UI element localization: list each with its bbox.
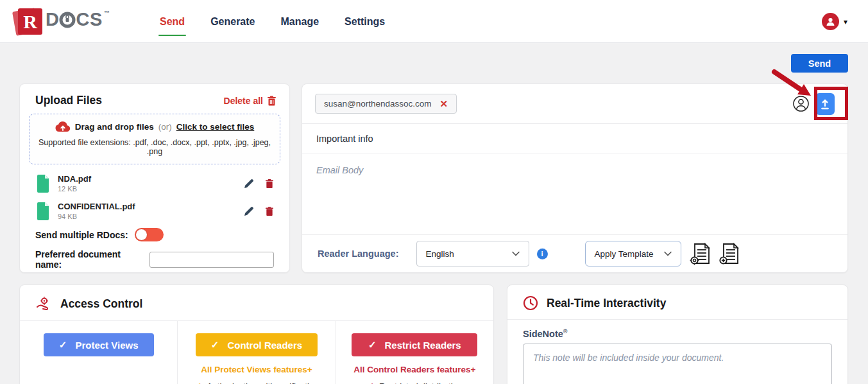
logo-trademark: ™ xyxy=(104,10,110,16)
protect-views-button[interactable]: ✓ Protect Views xyxy=(44,333,154,356)
delete-file-button[interactable] xyxy=(265,206,274,216)
access-control-title: Access Control xyxy=(60,297,142,311)
account-caret-down-icon[interactable]: ▾ xyxy=(844,18,847,26)
preferred-document-name-label: Preferred document name: xyxy=(35,249,143,270)
logo-docs-text: D CS xyxy=(46,10,103,29)
top-navigation-bar: R D CS ™ Send Generate Manage Settings xyxy=(0,0,868,43)
email-body-field[interactable]: Email Body xyxy=(302,153,847,235)
file-size: 12 KB xyxy=(58,185,91,193)
file-upload-icon xyxy=(820,98,830,110)
template-settings-icon xyxy=(690,241,713,266)
lock-o-icon xyxy=(59,10,76,29)
send-multiple-rdocs-label: Send multiple RDocs: xyxy=(35,230,128,240)
trash-icon xyxy=(265,206,274,216)
person-circle-icon xyxy=(792,95,810,112)
restrict-readers-button[interactable]: ✓ Restrict Readers xyxy=(352,333,477,356)
logo-letters-cs: CS xyxy=(76,10,102,29)
supported-extensions-text: Supported file extensions: .pdf, .doc, .… xyxy=(35,138,275,156)
reader-language-select[interactable]: English xyxy=(416,241,529,266)
trash-icon xyxy=(267,96,277,106)
check-icon: ✓ xyxy=(368,339,377,351)
file-name: NDA.pdf xyxy=(58,174,91,184)
control-readers-button[interactable]: ✓ Control Readers xyxy=(196,333,318,356)
tier-note: All Protect Views features+ xyxy=(201,365,312,374)
email-body-placeholder: Email Body xyxy=(316,165,363,175)
send-multiple-rdocs-toggle[interactable] xyxy=(135,228,164,241)
file-dropzone[interactable]: Drag and drop files (or) Click to select… xyxy=(29,114,280,164)
access-control-panel: Access Control ✓ Protect Views ✓ Control… xyxy=(19,284,494,384)
tier-column-restrict-readers: ✓ Restrict Readers All Control Readers f… xyxy=(336,321,493,384)
toggle-knob xyxy=(136,229,147,240)
realtime-interactivity-title: Real-Time Interactivity xyxy=(547,297,666,310)
email-subject-field[interactable]: Important info xyxy=(302,124,847,153)
logo-pages-graphic: R xyxy=(14,8,42,35)
logo-letter-d: D xyxy=(46,10,59,29)
pencil-icon xyxy=(244,206,254,216)
pencil-icon xyxy=(244,179,254,189)
info-icon[interactable]: i xyxy=(537,249,548,259)
add-template-button[interactable] xyxy=(719,241,742,266)
reader-language-label: Reader Language: xyxy=(318,249,399,259)
check-icon: ✓ xyxy=(59,339,67,351)
file-name: CONFIDENTIAL.pdf xyxy=(58,202,135,211)
active-tab-underline xyxy=(158,35,186,36)
email-subject-text: Important info xyxy=(316,134,373,144)
edit-file-button[interactable] xyxy=(244,179,254,189)
delete-all-button[interactable]: Delete all xyxy=(224,96,277,106)
sidenote-label: SideNote® xyxy=(523,328,832,339)
clock-icon xyxy=(523,295,538,311)
check-icon: ✓ xyxy=(194,381,201,384)
access-control-icon xyxy=(35,295,52,312)
user-avatar-icon[interactable] xyxy=(822,13,839,30)
send-button[interactable]: Send xyxy=(791,54,848,73)
remove-recipient-icon[interactable]: ✕ xyxy=(440,99,448,109)
file-row: NDA.pdf 12 KB xyxy=(20,170,289,197)
tier-column-protect-views: ✓ Protect Views xyxy=(20,321,177,384)
click-to-select-files-link[interactable]: Click to select files xyxy=(176,122,255,132)
file-icon xyxy=(37,202,49,220)
recipient-chip: susan@northendassoc.com ✕ xyxy=(315,94,457,114)
upload-files-panel: Upload Files Delete all Drag and drop fi… xyxy=(19,83,290,273)
tab-generate[interactable]: Generate xyxy=(209,13,256,30)
tier-feature: ✓ Authorization with verification xyxy=(194,381,319,384)
rdocs-logo: R D CS ™ xyxy=(14,8,110,35)
sidenote-textarea[interactable] xyxy=(523,344,832,384)
logo-r-box: R xyxy=(18,8,42,35)
check-icon: ✓ xyxy=(367,381,374,384)
manage-templates-button[interactable] xyxy=(690,241,713,266)
tier-note: All Control Readers features+ xyxy=(353,365,475,374)
trash-icon xyxy=(265,179,274,189)
edit-file-button[interactable] xyxy=(244,206,254,216)
preferred-document-name-input[interactable] xyxy=(149,252,275,268)
cloud-upload-icon xyxy=(55,121,71,132)
apply-template-select[interactable]: Apply Template xyxy=(585,241,681,266)
recipient-email: susan@northendassoc.com xyxy=(324,99,432,109)
file-size: 94 KB xyxy=(58,213,135,220)
compose-email-panel: susan@northendassoc.com ✕ Important info xyxy=(302,83,848,273)
chevron-down-icon xyxy=(512,251,520,256)
tier-column-control-readers: ✓ Control Readers All Protect Views feat… xyxy=(177,321,335,384)
template-add-icon xyxy=(719,241,742,266)
account-menu[interactable]: ▾ xyxy=(822,0,847,43)
registered-mark: ® xyxy=(563,328,568,335)
tab-manage[interactable]: Manage xyxy=(280,13,321,30)
tab-settings[interactable]: Settings xyxy=(343,13,386,30)
recipients-field[interactable]: susan@northendassoc.com ✕ xyxy=(302,84,847,124)
upload-files-title: Upload Files xyxy=(35,94,102,107)
check-icon: ✓ xyxy=(211,339,219,351)
file-icon xyxy=(37,175,49,193)
tier-feature: ✓ Restricted distribution xyxy=(367,381,463,384)
realtime-interactivity-panel: Real-Time Interactivity SideNote® xyxy=(507,284,848,384)
main-nav: Send Generate Manage Settings xyxy=(158,0,386,43)
delete-file-button[interactable] xyxy=(265,179,274,189)
uploaded-file-list: NDA.pdf 12 KB xyxy=(20,170,289,225)
dropzone-drag-text: Drag and drop files xyxy=(75,122,154,132)
dropzone-or-text: (or) xyxy=(158,122,172,132)
upload-recipients-file-button[interactable] xyxy=(815,93,835,115)
chevron-down-icon xyxy=(664,251,672,256)
file-row: CONFIDENTIAL.pdf 94 KB xyxy=(20,197,289,225)
tab-send[interactable]: Send xyxy=(158,13,186,30)
contacts-button[interactable] xyxy=(792,95,810,112)
logo-letter-r: R xyxy=(23,12,37,31)
